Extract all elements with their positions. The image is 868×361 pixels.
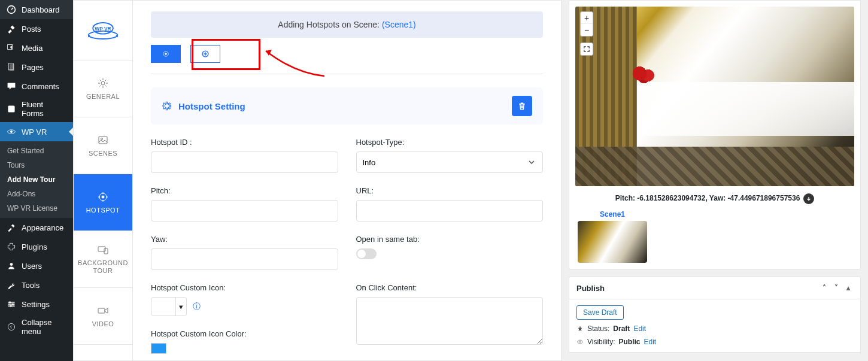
svg-point-20	[101, 138, 103, 140]
vtab-label: SCENES	[89, 150, 117, 157]
collapse-icon	[6, 321, 17, 332]
trash-icon	[517, 101, 527, 111]
hotspot-tab-current[interactable]	[151, 45, 181, 63]
sidebar-label: Comments	[22, 82, 59, 91]
sidebar-item-media[interactable]: Media	[0, 38, 73, 57]
field-pitch: Pitch:	[151, 186, 338, 222]
input-yaw[interactable]	[151, 248, 338, 270]
position-readout: Pitch: -6.181528623094732, Yaw: -47.4496…	[575, 186, 854, 208]
field-url: URL:	[356, 186, 544, 222]
info-icon[interactable]: ⓘ	[193, 301, 201, 312]
sub-add-new-tour[interactable]: Add New Tour	[0, 172, 73, 187]
publish-title: Publish	[576, 284, 605, 293]
sidebar-item-collapse[interactable]: Collapse menu	[0, 314, 73, 340]
sidebar-item-appearance[interactable]: Appearance	[0, 218, 73, 237]
select-hotspot-type[interactable]: Info	[356, 151, 544, 173]
forms-icon	[6, 104, 17, 114]
sidebar-label: Appearance	[22, 223, 63, 232]
sidebar-item-posts[interactable]: Posts	[0, 19, 73, 38]
input-url[interactable]	[356, 200, 544, 222]
sidebar-item-dashboard[interactable]: Dashboard	[0, 0, 73, 19]
tab-video[interactable]: VIDEO	[74, 288, 132, 345]
download-readout-button[interactable]	[803, 193, 814, 204]
fields-grid: Hotspot ID : Hotspot-Type:Info Pitch: UR…	[151, 138, 543, 361]
vtab-label: BACKGROUND TOUR	[74, 259, 132, 275]
sub-tours[interactable]: Tours	[0, 158, 73, 172]
svg-text:WP VR: WP VR	[95, 26, 111, 32]
preview-panel: +− Pitch: -6.181528623094732, Yaw: -47.4…	[569, 0, 861, 269]
fullscreen-button[interactable]	[580, 43, 593, 56]
visibility-edit-link[interactable]: Edit	[644, 338, 656, 346]
svg-point-13	[10, 305, 12, 307]
tab-general[interactable]: GENERAL	[74, 60, 132, 117]
wp-admin-sidebar: Dashboard Posts Media Pages Comments Flu…	[0, 0, 73, 361]
devices-icon	[97, 244, 109, 256]
scene-thumbnails: Scene1	[575, 208, 854, 263]
gear-icon	[162, 101, 172, 111]
dashboard-icon	[6, 4, 17, 15]
vtab-label: GENERAL	[86, 93, 120, 100]
zoom-out-button[interactable]: −	[581, 24, 593, 36]
panorama-preview[interactable]: +−	[575, 7, 854, 186]
sub-get-started[interactable]: Get Started	[0, 144, 73, 158]
svg-point-15	[89, 31, 118, 38]
sidebar-item-wpvr[interactable]: WP VR	[0, 122, 73, 141]
sidebar-label: WP VR	[22, 128, 47, 136]
panel-toggle-button[interactable]: ▴	[843, 283, 853, 293]
sidebar-item-users[interactable]: Users	[0, 256, 73, 275]
input-pitch[interactable]	[151, 200, 338, 222]
wpvr-logo: WP VR	[74, 1, 132, 60]
appearance-icon	[6, 222, 17, 233]
sub-add-ons[interactable]: Add-Ons	[0, 187, 73, 201]
sidebar-item-comments[interactable]: Comments	[0, 77, 73, 96]
scene-thumb[interactable]: Scene1	[578, 210, 647, 263]
sidebar-label: Pages	[22, 63, 44, 72]
sidebar-label: Settings	[22, 300, 50, 309]
delete-hotspot-button[interactable]	[512, 96, 532, 116]
video-icon	[97, 305, 109, 317]
notice-text: Adding Hotspots on Scene:	[278, 20, 382, 29]
field-onclick: On Click Content:	[356, 283, 544, 356]
save-draft-button[interactable]: Save Draft	[576, 305, 624, 320]
sidebar-item-pages[interactable]: Pages	[0, 57, 73, 77]
input-hotspot-id[interactable]	[151, 151, 338, 173]
sidebar-label: Media	[22, 44, 43, 53]
label-custom-icon-color: Hotspot Custom Icon Color:	[151, 329, 338, 338]
tab-hotspot[interactable]: HOTSPOT	[74, 174, 132, 231]
field-open-same-tab: Open in same tab:	[356, 235, 544, 270]
sidebar-item-fluentforms[interactable]: Fluent Forms	[0, 96, 73, 122]
toggle-open-same-tab[interactable]	[356, 248, 377, 259]
target-dot-icon	[162, 50, 170, 58]
field-hotspot-type: Hotspot-Type:Info	[356, 138, 544, 173]
down-arrow-icon	[806, 196, 812, 202]
hotspot-tab-add[interactable]	[190, 45, 220, 63]
sidebar-item-settings[interactable]: Settings	[0, 295, 73, 314]
setting-title: Hotspot Setting	[178, 101, 245, 111]
svg-point-7	[10, 263, 13, 266]
tab-background-tour[interactable]: BACKGROUND TOUR	[74, 231, 132, 288]
status-label: Status:	[587, 324, 609, 333]
media-icon	[6, 43, 17, 53]
textarea-onclick[interactable]	[356, 297, 544, 345]
sub-license[interactable]: WP VR License	[0, 201, 73, 216]
status-edit-link[interactable]: Edit	[633, 324, 646, 333]
label-pitch: Pitch:	[151, 186, 338, 195]
icon-picker-box[interactable]: ▾	[151, 297, 187, 316]
sidebar-item-tools[interactable]: Tools	[0, 275, 73, 295]
readout-text: Pitch: -6.181528623094732, Yaw: -47.4496…	[615, 194, 800, 202]
hotspot-tabs-row	[151, 45, 543, 63]
plugins-icon	[6, 241, 17, 252]
svg-point-27	[165, 53, 167, 55]
sidebar-item-plugins[interactable]: Plugins	[0, 237, 73, 256]
tab-scenes[interactable]: SCENES	[74, 117, 132, 174]
sidebar-label: Posts	[22, 25, 41, 34]
panel-down-button[interactable]: ˅	[831, 283, 841, 293]
panel-up-button[interactable]: ˄	[820, 283, 829, 293]
gear-icon	[97, 77, 109, 89]
pin-icon	[6, 23, 17, 34]
notice-scene-link[interactable]: (Scene1)	[382, 20, 416, 29]
zoom-in-button[interactable]: +	[581, 12, 593, 24]
label-open-same-tab: Open in same tab:	[356, 235, 544, 244]
notice-bar: Adding Hotspots on Scene: (Scene1)	[151, 11, 543, 38]
color-swatch[interactable]	[151, 343, 166, 354]
